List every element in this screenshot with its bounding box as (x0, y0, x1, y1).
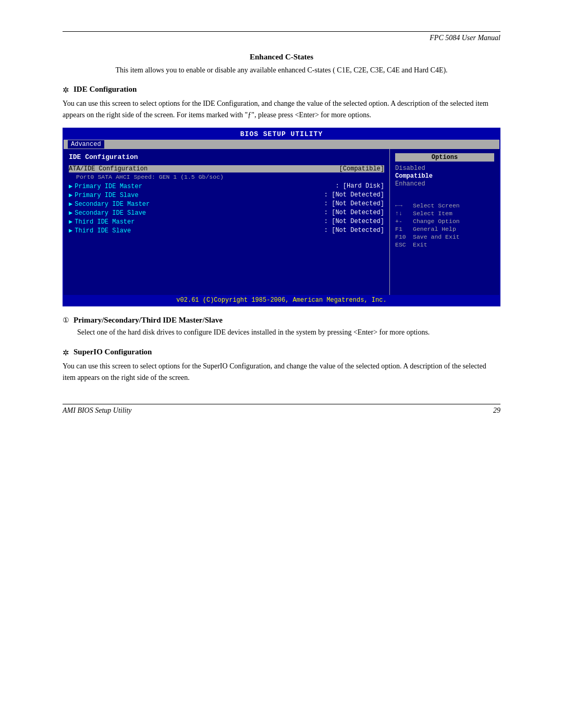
bios-item-value: : [Not Detected] (324, 209, 384, 217)
page-header: FPC 5084 User Manual (63, 34, 500, 42)
bios-item-label: Secondary IDE Slave (75, 209, 146, 217)
bios-option-disabled: Disabled (395, 165, 494, 172)
bios-menu-bar: Advanced (64, 140, 499, 149)
bios-key-save-exit-label: Save and Exit (413, 233, 460, 240)
superio-body: You can use this screen to select option… (63, 361, 500, 383)
bios-menu-advanced: Advanced (68, 140, 104, 149)
bios-keybind-select-item: ↑↓ Select Item (395, 210, 494, 217)
bios-item-label: Primary IDE Master (75, 183, 142, 190)
bios-key-change-option-label: Change Option (413, 218, 460, 225)
footer-left: AMI BIOS Setup Utility (63, 406, 132, 415)
enhanced-c-states-body: This item allows you to enable or disabl… (63, 65, 500, 76)
bios-item-secondary-master: ▶Secondary IDE Master : [Not Detected] (69, 200, 384, 208)
primary-secondary-icon: ① (63, 316, 69, 325)
arrow-icon: ▶ (69, 183, 72, 190)
header-rule (63, 31, 500, 32)
superio-config-section: ✲ SuperIO Configuration You can use this… (63, 348, 500, 383)
footer-page-number: 29 (493, 406, 500, 415)
bios-item-primary-master: ▶Primary IDE Master : [Hard Disk] (69, 182, 384, 190)
bios-item-value: : [Not Detected] (324, 227, 384, 235)
arrow-icon: ▶ (69, 218, 72, 226)
bios-item-label: Third IDE Slave (75, 227, 131, 235)
primary-secondary-body: Select one of the hard disk drives to co… (63, 327, 500, 338)
arrow-icon: ▶ (69, 201, 72, 208)
bios-item-label: Primary IDE Slave (75, 192, 138, 199)
bios-keybind-f10: F10 Save and Exit (395, 233, 494, 240)
arrow-icon: ▶ (69, 209, 72, 217)
bios-menu-active: Advanced (68, 140, 104, 149)
page-footer: AMI BIOS Setup Utility 29 (63, 406, 500, 415)
ide-config-heading: IDE Configuration (74, 85, 137, 94)
superio-heading: SuperIO Configuration (74, 348, 152, 356)
ide-config-heading-row: ✲ IDE Configuration (63, 85, 500, 95)
primary-secondary-section: ① Primary/Secondary/Third IDE Master/Sla… (63, 316, 500, 338)
bios-key-plusminus: +- (395, 218, 410, 225)
ide-config-icon: ✲ (63, 85, 69, 95)
bios-title-bar: BIOS SETUP UTILITY (64, 129, 499, 140)
bios-right-panel: Options Disabled Compatible Enhanced ←→ … (390, 149, 499, 295)
superio-icon: ✲ (63, 348, 69, 357)
bios-keybind-f1: F1 General Help (395, 226, 494, 232)
bios-item-third-master: ▶Third IDE Master : [Not Detected] (69, 218, 384, 226)
header-title: FPC 5084 User Manual (430, 34, 500, 42)
bios-item-secondary-slave: ▶Secondary IDE Slave : [Not Detected] (69, 209, 384, 217)
bios-option-enhanced: Enhanced (395, 180, 494, 188)
bios-ata-row: ATA/IDE Configuration [Compatible] (69, 165, 384, 172)
bios-footer: v02.61 (C)Copyright 1985-2006, American … (64, 295, 499, 305)
bios-keybinds: ←→ Select Screen ↑↓ Select Item +- Chang… (395, 202, 494, 248)
ide-config-section: ✲ IDE Configuration You can use this scr… (63, 85, 500, 306)
bios-item-primary-slave: ▶Primary IDE Slave : [Not Detected] (69, 191, 384, 199)
superio-heading-row: ✲ SuperIO Configuration (63, 348, 500, 357)
bios-ata-value: [Compatible] (339, 165, 384, 172)
bios-key-updown: ↑↓ (395, 210, 410, 217)
bios-key-select-item-label: Select Item (413, 210, 452, 217)
enhanced-c-states-title: Enhanced C-States (63, 53, 500, 61)
bios-body: IDE Configuration ATA/IDE Configuration … (64, 149, 499, 295)
bios-key-exit-label: Exit (413, 241, 427, 248)
bios-option-compatible: Compatible (395, 172, 494, 180)
bios-options-title: Options (395, 153, 494, 162)
bios-key-f1: F1 (395, 226, 410, 232)
arrow-icon: ▶ (69, 227, 72, 235)
ide-config-body: You can use this screen to select option… (63, 98, 500, 120)
bios-left-panel: IDE Configuration ATA/IDE Configuration … (64, 149, 390, 295)
bios-keybind-select-screen: ←→ Select Screen (395, 202, 494, 209)
footer-rule (63, 404, 500, 404)
bios-item-value: : [Not Detected] (324, 191, 384, 199)
bios-item-value: : [Hard Disk] (335, 182, 384, 190)
bios-key-f10: F10 (395, 233, 410, 240)
bios-ata-subtext: Port0 SATA AHCI Speed: GEN 1 (1.5 Gb/soc… (76, 174, 384, 180)
bios-item-value: : [Not Detected] (324, 200, 384, 208)
arrow-icon: ▶ (69, 192, 72, 199)
bios-item-third-slave: ▶Third IDE Slave : [Not Detected] (69, 227, 384, 235)
bios-ata-label: ATA/IDE Configuration (69, 165, 148, 172)
primary-secondary-heading-row: ① Primary/Secondary/Third IDE Master/Sla… (63, 316, 500, 325)
bios-keybind-change-option: +- Change Option (395, 218, 494, 225)
bios-key-arrows: ←→ (395, 202, 410, 209)
bios-key-esc: ESC (395, 241, 410, 248)
bios-item-label: Secondary IDE Master (75, 201, 150, 208)
enhanced-c-states-section: Enhanced C-States This item allows you t… (63, 53, 500, 76)
bios-key-select-screen-label: Select Screen (413, 202, 460, 209)
bios-keybind-esc: ESC Exit (395, 241, 494, 248)
bios-key-general-help-label: General Help (413, 226, 456, 232)
bios-item-value: : [Not Detected] (324, 218, 384, 226)
page-container: FPC 5084 User Manual Enhanced C-States T… (0, 0, 563, 728)
primary-secondary-heading: Primary/Secondary/Third IDE Master/Slave (74, 316, 223, 325)
bios-screenshot: BIOS SETUP UTILITY Advanced IDE Configur… (63, 128, 500, 306)
bios-section-title: IDE Configuration (69, 153, 384, 161)
bios-item-label: Third IDE Master (75, 218, 134, 226)
